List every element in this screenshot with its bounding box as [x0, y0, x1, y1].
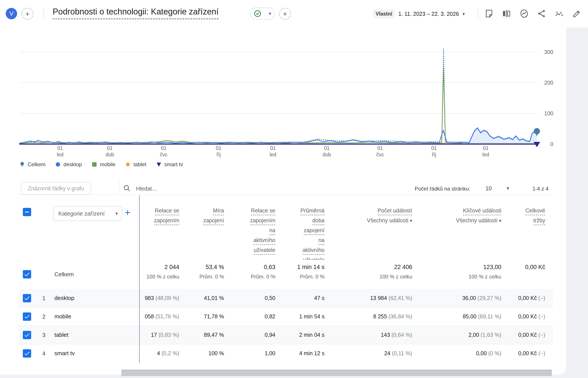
table-row: 1desktop983 (48,09 %)41,01 %0,5047 s13 9…	[19, 289, 553, 307]
report-card: 3002001000 01led01dub01čvc01říj01led01du…	[0, 28, 566, 375]
insights-icon	[519, 9, 529, 18]
sparkline-icon	[554, 9, 564, 18]
row-checkbox[interactable]	[23, 331, 31, 339]
compare-button[interactable]	[502, 9, 511, 18]
search-input[interactable]: Hledat…	[136, 186, 157, 192]
chevron-down-icon[interactable]: ▼	[506, 186, 510, 191]
report-saved-status-button[interactable]: ▾	[250, 7, 275, 20]
divider	[119, 181, 120, 195]
dimension-value: desktop	[55, 295, 74, 301]
search-icon	[123, 184, 131, 192]
divider	[43, 9, 44, 19]
divider	[19, 195, 553, 195]
dimension-value: mobile	[55, 313, 71, 320]
column-header[interactable]: Průměrnádobazapojenínaaktivníhouživatele	[250, 207, 324, 267]
timeseries-chart	[20, 33, 538, 147]
x-axis-tick: 01led	[476, 145, 496, 158]
row-index: 1	[40, 295, 48, 301]
legend-item: tablet	[125, 161, 146, 167]
row-checkbox[interactable]	[23, 294, 31, 302]
x-axis-tick: 01říj	[209, 145, 228, 158]
metric-cell: 47 s	[252, 295, 324, 301]
tablet-series-icon	[125, 162, 131, 167]
add-comparison-button[interactable]: +	[22, 8, 33, 20]
share-icon	[537, 9, 546, 18]
legend-label: tablet	[133, 161, 146, 167]
share-button[interactable]	[537, 9, 546, 18]
y-axis-tick: 0	[540, 141, 553, 147]
divider	[478, 8, 478, 20]
legend-label: desktop	[63, 161, 82, 167]
report-header: V + Podrobnosti o technologii: Kategorie…	[0, 0, 588, 28]
plot-rows-button[interactable]: Znázornit řádky v grafu	[21, 182, 91, 195]
metric-cell: 0,00 Kč (−)	[473, 295, 545, 301]
date-range-selector[interactable]: 1. 11. 2023 – 22. 3. 2026	[398, 11, 459, 17]
x-axis-tick: 01led	[50, 145, 70, 158]
Celkem-series-icon	[19, 162, 25, 167]
row-checkbox[interactable]	[23, 270, 31, 278]
desktop-series-icon	[55, 162, 61, 167]
note-icon	[484, 9, 494, 18]
legend-label: mobile	[100, 161, 115, 167]
rows-per-page-select[interactable]: 10	[486, 185, 492, 192]
table-row: 2mobile058 (51,76 %)71,78 %0,821 min 54 …	[19, 307, 553, 326]
check-circle-icon	[254, 10, 262, 17]
dimension-label: Kategorie zařízení	[58, 210, 105, 217]
avatar[interactable]: V	[6, 8, 17, 19]
x-axis-tick: 01dub	[100, 145, 120, 158]
page-title[interactable]: Podrobnosti o technologii: Kategorie zař…	[53, 7, 219, 19]
totals-cell: 0,00 Kč	[473, 263, 545, 271]
totals-cell: 1 min 14 sPrům. 0 %	[252, 263, 324, 280]
metric-cell: 0,00 Kč (−)	[473, 332, 545, 338]
metric-cell: 13 984 (62,41 %)	[340, 295, 412, 301]
rows-per-page-label: Počet řádků na stránku:	[415, 186, 470, 192]
legend-label: Celkem	[28, 161, 45, 167]
row-checkbox[interactable]	[23, 349, 31, 358]
y-axis-tick: 200	[540, 80, 553, 86]
row-checkbox[interactable]	[23, 312, 31, 321]
totals-label: Celkem	[55, 271, 74, 278]
pencil-icon	[572, 9, 582, 18]
notes-button[interactable]	[484, 9, 494, 18]
metric-cell: 2 min 04 s	[252, 332, 324, 338]
y-axis-tick: 100	[540, 110, 553, 117]
column-header[interactable]: Celkovétržby	[471, 207, 545, 227]
metric-cell: 143 (0,64 %)	[340, 332, 412, 338]
metric-cell: 24 (0,11 %)	[340, 350, 412, 356]
select-all-checkbox[interactable]	[23, 208, 31, 216]
pagination-range: 1-4 z 4	[527, 186, 548, 192]
x-axis-tick: 01čvc	[370, 145, 390, 158]
plus-icon: +	[25, 10, 30, 18]
table-row: 4smart tv4 (0,2 %)100 %1,004 min 12 s24 …	[19, 344, 553, 363]
chevron-down-icon: ▾	[269, 11, 271, 16]
table-row: 3tablet17 (0,83 %)89,47 %0,942 min 04 s1…	[19, 326, 553, 344]
metric-cell: 4 min 12 s	[252, 350, 324, 356]
column-header[interactable]: Počet událostíVšechny události ▾	[338, 207, 412, 224]
metric-cell: 8 255 (36,84 %)	[340, 313, 412, 320]
chevron-down-icon: ▾	[410, 218, 412, 223]
totals-cell: 22 406100 % z celku	[340, 263, 412, 280]
row-index: 4	[40, 350, 48, 357]
smart tv-series-icon	[156, 162, 162, 167]
compare-icon	[502, 9, 511, 18]
add-tab-button[interactable]: +	[279, 8, 291, 20]
column-divider	[139, 195, 140, 363]
row-index: 3	[40, 332, 48, 338]
chart-legend: Celkemdesktopmobiletabletsmart tv	[19, 161, 183, 167]
date-preset-chip: Vlastní	[373, 10, 395, 18]
dimension-value: smart tv	[55, 350, 75, 357]
horizontal-scrollbar-thumb[interactable]	[121, 370, 552, 376]
automated-insights-button[interactable]	[554, 9, 564, 18]
page: V + Podrobnosti o technologii: Kategorie…	[0, 0, 588, 378]
row-index: 2	[40, 313, 48, 320]
plus-icon: +	[283, 10, 287, 18]
insights-button[interactable]	[519, 9, 529, 18]
x-axis-tick: 01dub	[317, 145, 336, 158]
legend-item: mobile	[91, 161, 115, 167]
dimension-value: tablet	[55, 332, 69, 338]
metric-cell: 1 min 54 s	[252, 313, 324, 320]
edit-button[interactable]	[572, 9, 582, 18]
mobile-series-icon	[91, 162, 97, 167]
chevron-down-icon[interactable]: ▾	[462, 12, 465, 16]
x-axis-tick: 01čvc	[154, 145, 174, 158]
